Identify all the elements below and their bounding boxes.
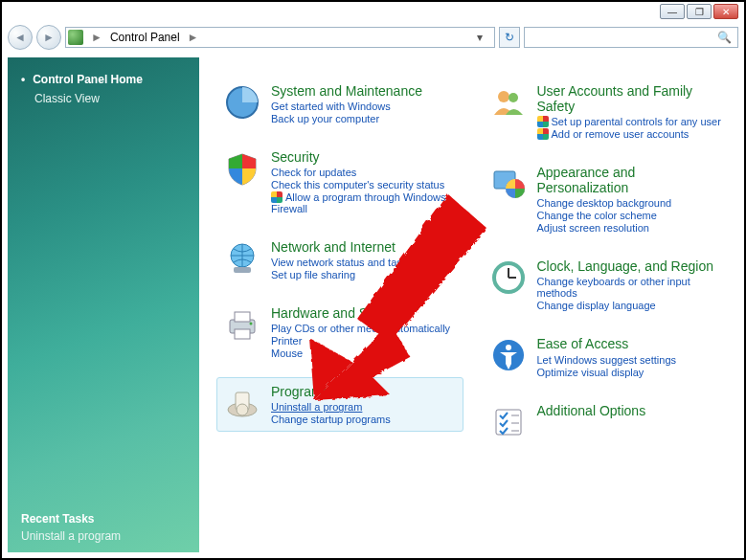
window-controls: — ❐ ✕ xyxy=(660,4,738,19)
category-clock[interactable]: Clock, Language, and Region Change keybo… xyxy=(483,252,730,318)
category-title[interactable]: Clock, Language, and Region xyxy=(537,258,723,274)
checklist-icon xyxy=(489,403,528,441)
category-ease-of-access[interactable]: Ease of Access Let Windows suggest setti… xyxy=(483,329,730,384)
category-link[interactable]: Play CDs or other media automatically xyxy=(271,323,457,334)
category-title[interactable]: Appearance and Personalization xyxy=(537,165,723,195)
control-panel-icon xyxy=(68,30,83,45)
breadcrumb-sep: ► xyxy=(89,31,104,44)
category-link[interactable]: Back up your computer xyxy=(271,113,457,124)
uac-shield-icon xyxy=(537,128,549,140)
ease-icon xyxy=(489,336,528,374)
category-title[interactable]: Network and Internet xyxy=(271,239,457,255)
category-link[interactable]: View network status and tasks xyxy=(271,257,457,268)
svg-rect-2 xyxy=(234,267,251,273)
address-dropdown[interactable]: ▾ xyxy=(477,31,492,44)
svg-point-6 xyxy=(250,323,253,325)
category-title[interactable]: Programs xyxy=(271,384,457,399)
toolbar: ◄ ► ► Control Panel ► ▾ ↻ 🔍 xyxy=(8,23,738,52)
category-link[interactable]: Check for updates xyxy=(271,167,457,178)
category-link[interactable]: Set up file sharing xyxy=(271,269,457,280)
category-link[interactable]: Change display language xyxy=(537,300,723,311)
forward-button[interactable]: ► xyxy=(36,25,61,50)
maximize-button[interactable]: ❐ xyxy=(687,4,712,19)
category-link[interactable]: Allow a program through Windows Firewall xyxy=(271,191,457,214)
programs-icon xyxy=(223,384,261,422)
uac-shield-icon xyxy=(537,116,549,127)
svg-rect-4 xyxy=(235,312,250,322)
category-system-maintenance[interactable]: System and Maintenance Get started with … xyxy=(216,77,463,131)
search-input[interactable]: 🔍 xyxy=(524,27,738,48)
appearance-icon xyxy=(489,165,528,203)
content: Control Panel Home Classic View Recent T… xyxy=(8,57,738,552)
category-title[interactable]: Security xyxy=(271,149,457,165)
category-link[interactable]: Change keyboards or other input methods xyxy=(537,276,723,299)
recent-tasks-heading: Recent Tasks xyxy=(21,512,94,526)
category-link[interactable]: Set up parental controls for any user xyxy=(537,116,723,127)
uac-shield-icon xyxy=(271,191,283,203)
category-additional-options[interactable]: Additional Options xyxy=(483,396,730,448)
category-user-accounts[interactable]: User Accounts and Family Safety Set up p… xyxy=(483,77,730,146)
category-appearance[interactable]: Appearance and Personalization Change de… xyxy=(483,158,730,240)
clock-icon xyxy=(489,258,528,297)
category-link[interactable]: Adjust screen resolution xyxy=(537,222,723,234)
shield-icon xyxy=(223,149,261,188)
category-security[interactable]: Security Check for updates Check this co… xyxy=(216,143,463,221)
svg-rect-5 xyxy=(235,329,250,339)
sidebar: Control Panel Home Classic View Recent T… xyxy=(8,57,199,552)
svg-point-9 xyxy=(237,404,248,415)
category-link[interactable]: Optimize visual display xyxy=(537,367,723,378)
svg-point-10 xyxy=(498,91,509,102)
back-button[interactable]: ◄ xyxy=(8,25,33,50)
system-icon xyxy=(223,83,261,122)
users-icon xyxy=(489,83,528,122)
recent-task-item[interactable]: Uninstall a program xyxy=(21,529,121,543)
right-column: User Accounts and Family Safety Set up p… xyxy=(483,77,730,543)
address-bar[interactable]: ► Control Panel ► ▾ xyxy=(65,27,495,48)
search-icon: 🔍 xyxy=(717,31,732,44)
category-link[interactable]: Mouse xyxy=(271,347,457,359)
sidebar-classic-view[interactable]: Classic View xyxy=(34,92,186,105)
refresh-button[interactable]: ↻ xyxy=(499,27,520,48)
category-title[interactable]: Hardware and Sound xyxy=(271,305,457,321)
close-button[interactable]: ✕ xyxy=(713,4,738,19)
category-link[interactable]: Check this computer's security status xyxy=(271,179,457,190)
category-link[interactable]: Change startup programs xyxy=(271,414,457,425)
breadcrumb-root[interactable]: Control Panel xyxy=(110,31,180,44)
category-link[interactable]: Add or remove user accounts xyxy=(537,128,723,140)
category-network[interactable]: Network and Internet View network status… xyxy=(216,233,463,287)
category-link[interactable]: Change desktop background xyxy=(537,197,723,209)
category-link[interactable]: Let Windows suggest settings xyxy=(537,354,723,366)
left-column: System and Maintenance Get started with … xyxy=(216,77,463,543)
sidebar-home[interactable]: Control Panel Home xyxy=(21,73,186,86)
category-link[interactable]: Uninstall a program xyxy=(271,401,457,413)
breadcrumb-sep: ► xyxy=(186,31,201,44)
category-link[interactable]: Printer xyxy=(271,335,457,347)
category-title[interactable]: Ease of Access xyxy=(537,336,723,351)
minimize-button[interactable]: — xyxy=(660,4,685,19)
globe-icon xyxy=(223,239,261,278)
printer-icon xyxy=(223,305,261,344)
category-link[interactable]: Get started with Windows xyxy=(271,101,457,112)
svg-point-11 xyxy=(509,93,518,102)
category-title[interactable]: Additional Options xyxy=(537,403,723,418)
category-link[interactable]: Change the color scheme xyxy=(537,210,723,221)
main-panel: System and Maintenance Get started with … xyxy=(199,57,738,552)
category-programs[interactable]: Programs Uninstall a program Change star… xyxy=(216,377,463,432)
category-title[interactable]: User Accounts and Family Safety xyxy=(537,83,723,114)
svg-point-19 xyxy=(506,345,511,350)
category-hardware[interactable]: Hardware and Sound Play CDs or other med… xyxy=(216,299,463,366)
category-title[interactable]: System and Maintenance xyxy=(271,83,457,99)
